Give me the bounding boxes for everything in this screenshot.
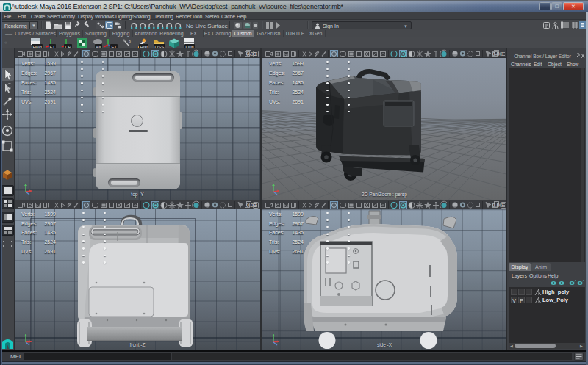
svg-text:0.00: 0.00: [492, 51, 503, 57]
svg-text:b: b: [129, 39, 131, 43]
svg-text:0.00: 0.00: [246, 51, 257, 57]
svg-text:0.00: 0.00: [246, 203, 257, 208]
svg-text:0.00: 0.00: [492, 203, 503, 208]
svg-text:No Live Surface: No Live Surface: [186, 23, 228, 29]
